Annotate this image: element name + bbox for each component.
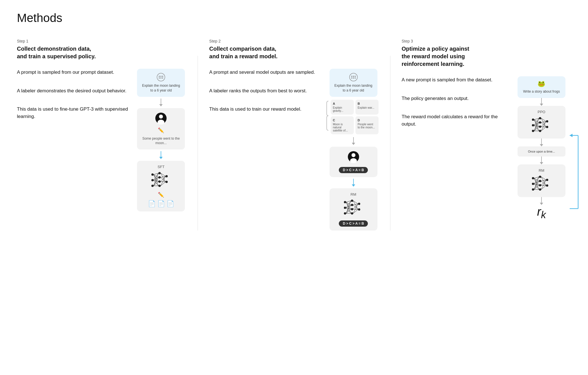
step3-output-text: Once upon a time... [528,150,555,153]
svg-point-54 [351,208,353,210]
step1-output-card: ✏️ Some people went to the moon... [137,108,185,150]
svg-point-50 [344,207,346,209]
svg-point-47 [352,153,355,157]
svg-point-14 [158,176,161,178]
step1-model-label: SFT [158,165,165,169]
step2-prompt-card: Explain the moon landing to a 6 year old [330,69,377,97]
svg-point-80 [532,130,534,132]
step1-prompt-card: Explain the moon landing to a 6 year old [137,69,185,97]
svg-point-56 [358,203,360,205]
step3-heading: Optimize a policy againstthe reward mode… [402,45,571,68]
step3-rm-label: RM [539,168,544,173]
doc-icons: 📄📄📄 [148,200,174,207]
step1-arrow1 [159,99,163,106]
step3-descriptions: A new prompt is sampled from the dataset… [402,76,506,128]
output-c-text: Moon is natural satellite of... [333,123,352,132]
step3-prompt-text: Write a story about frogs [523,89,560,94]
step3-desc2: The policy generates an output. [402,95,506,102]
step3-label: Step 3 [402,39,571,43]
svg-point-2 [160,76,162,77]
svg-point-15 [158,180,161,183]
step2-arrow1 [352,137,355,145]
svg-line-133 [541,185,546,186]
svg-point-107 [532,177,534,179]
svg-point-57 [358,208,360,211]
step3-arrow2 [540,139,543,146]
step-1: Step 1 Collect demonstration data,and tr… [17,39,186,211]
svg-point-16 [158,185,161,187]
svg-point-8 [159,115,163,119]
pen-icon-2: ✏️ [158,192,164,198]
output-a-text: Explain gravity... [333,106,352,112]
step3-desc3: The reward model calculates a reward for… [402,113,506,128]
step2-outputs-grid: A Explain gravity... B Explain war... C … [331,100,379,134]
step2-arrow2 [352,179,355,187]
frog-icon: 🐸 [538,80,545,88]
svg-point-111 [539,180,541,182]
labeler-icon [155,112,167,124]
svg-line-75 [353,209,358,209]
svg-point-13 [158,172,161,174]
svg-point-53 [351,204,353,206]
step3-reward-display: rk [518,205,565,220]
step1-desc2: A labeler demonstrates the desired outpu… [17,87,130,95]
step2-model-card: RM [330,188,377,231]
step-2: Step 2 Collect comparison data,and train… [209,39,379,231]
step2-prompt-icon [349,73,358,82]
page-title: Methods [17,11,571,25]
output-card-a: A Explain gravity... [331,100,354,115]
step1-heading: Collect demonstration data,and train a s… [17,45,186,60]
svg-point-42 [355,76,356,77]
svg-point-55 [351,212,353,215]
step3-ppo-card: PPO [518,106,565,139]
step1-model-card: SFT [137,161,185,211]
output-c-label: C [333,119,352,122]
step2-ranking-top: D > C > A = B [339,167,368,173]
output-b-label: B [358,102,376,105]
svg-point-86 [546,126,548,128]
step1-desc1: A prompt is sampled from our prompt data… [17,69,130,76]
output-card-d: D People went to the moon... [355,116,379,134]
step2-model-label: RM [351,192,356,197]
svg-marker-139 [570,134,572,137]
svg-point-17 [165,175,168,177]
svg-point-10 [151,173,154,176]
svg-point-4 [159,77,160,79]
feedback-loop-arrow [570,102,580,259]
svg-line-106 [541,127,546,131]
svg-point-11 [151,179,154,181]
svg-point-83 [539,126,541,128]
svg-point-79 [532,124,534,126]
step3-diagram: 🐸 Write a story about frogs PPO [512,76,571,220]
step1-neural-net [150,171,172,189]
step2-desc2: A labeler ranks the outputs from best to… [209,87,322,95]
step3-output-card: Once upon a time... [518,146,565,157]
step2-ranking-bottom: D > C > A = B [339,220,368,227]
step1-diagram: Explain the moon landing to a 6 year old [136,69,186,211]
step2-neural-net [342,199,365,217]
svg-point-43 [351,77,352,79]
svg-point-84 [539,130,541,132]
step2-desc1: A prompt and several model outputs are s… [209,69,322,76]
svg-point-5 [160,77,162,79]
output-d-label: D [358,119,376,122]
divider2 [390,56,390,231]
step3-arrow1 [540,98,543,106]
svg-point-81 [539,117,541,119]
step2-diagram: Explain the moon landing to a 6 year old… [328,69,379,231]
svg-point-85 [546,120,548,122]
svg-line-77 [353,209,358,213]
svg-point-78 [532,119,534,121]
step2-heading: Collect comparison data,and train a rewa… [209,45,379,60]
output-b-text: Explain war... [358,106,376,109]
output-card-b: B Explain war... [355,100,379,115]
svg-point-113 [539,188,541,191]
step3-rm-card: RM [518,164,565,197]
step3-reward-text: rk [537,205,546,218]
svg-line-36 [161,182,165,182]
svg-point-110 [539,176,541,178]
step3-prompt-card: 🐸 Write a story about frogs [518,76,565,98]
step1-desc3: This data is used to fine-tune GPT-3 wit… [17,106,130,120]
svg-point-108 [532,183,534,185]
svg-point-109 [532,188,534,191]
